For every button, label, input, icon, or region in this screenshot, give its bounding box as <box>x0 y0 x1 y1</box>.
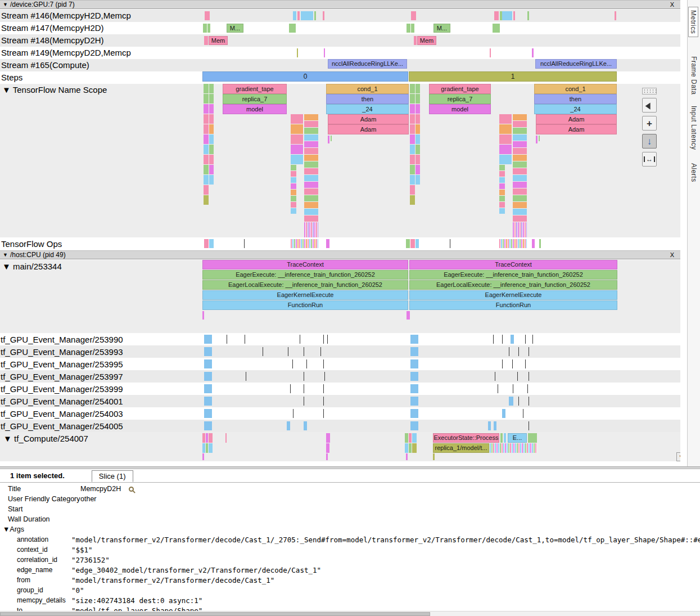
magnifier-icon[interactable] <box>129 487 134 492</box>
track-label-tf-gpu-event-manager-254003: tf_GPU_Event_Manager/254003 <box>1 409 123 419</box>
tab-frame-data[interactable]: Frame Data <box>690 56 698 95</box>
track-labels-layer: Stream #146(MemcpyH2D,MemcpStream #147(M… <box>0 0 680 466</box>
arg-row-context-id: context_id"$$1" <box>0 545 700 555</box>
collapse-triangle-icon: ▼ <box>3 2 8 7</box>
zoom-tool-button[interactable]: ↓ <box>642 134 657 149</box>
side-tab-strip: Metrics Frame Data Input Latency Alerts <box>687 0 700 466</box>
tab-metrics[interactable]: Metrics <box>688 7 698 37</box>
field-label: Title <box>0 485 80 493</box>
track-label-tensorflow-ops: TensorFlow Ops <box>1 239 62 249</box>
track-label-stream-165-compute: Stream #165(Compute) <box>1 60 89 70</box>
timeline-tool-panel: + ↓ ↔ <box>641 88 658 167</box>
track-label-stream-146-memcpyh2d-memcp: Stream #146(MemcpyH2D,Memcp <box>1 11 131 21</box>
track-label-tf-gpu-event-manager-253993: tf_GPU_Event_Manager/253993 <box>1 347 123 357</box>
arg-row-from: from"model/transformer_v2/Transformer/de… <box>0 575 700 585</box>
scroll-down-button[interactable]: ▼ <box>676 452 680 461</box>
collapse-triangle-icon: ▼ <box>3 252 8 258</box>
arg-row-group-id: group_id"0" <box>0 585 700 595</box>
selection-tool-button[interactable] <box>642 98 657 113</box>
arg-value: "edge_30402_model/transformer_v2/Transfo… <box>71 566 321 574</box>
pan-icon: + <box>647 119 652 128</box>
arg-row-correlation-id: correlation_id"2736152" <box>0 555 700 565</box>
track-label-tf-gpu-event-manager-253997: tf_GPU_Event_Manager/253997 <box>1 372 123 382</box>
track-label-stream-149-memcpyd2d-memcp: Stream #149(MemcpyD2D,Memcp <box>1 48 131 58</box>
gpu-process-header[interactable]: ▼ /device:GPU:7 (pid 7) X <box>0 0 680 9</box>
arg-value: "model/transformer_v2/Transformer/decode… <box>71 576 274 584</box>
detail-field-user-friendly-category: User Friendly Categoryother <box>0 494 700 504</box>
field-label: Wall Duration <box>0 515 80 523</box>
arg-key: context_id <box>0 546 71 554</box>
arg-row-to: to"model/tf_op_layer_Shape/Shape" <box>0 605 700 611</box>
track-label-tensorflow-name-scope[interactable]: ▼ TensorFlow Name Scope <box>2 85 107 95</box>
track-label-main-253344[interactable]: ▼ main/253344 <box>2 262 62 272</box>
arg-key: from <box>0 576 71 584</box>
arg-key: memcpy_details <box>0 596 71 604</box>
field-value: other <box>80 495 97 503</box>
track-label-tf-gpu-event-manager-253999: tf_GPU_Event_Manager/253999 <box>1 384 123 394</box>
timing-tool-button[interactable]: ↔ <box>642 152 657 167</box>
track-label-stream-147-memcpyh2d: Stream #147(MemcpyH2D) <box>1 23 104 33</box>
slice-details: TitleMemcpyD2HUser Friendly Categoryothe… <box>0 483 700 611</box>
arg-key: annotation <box>0 536 71 543</box>
timing-icon: ↔ <box>644 156 655 162</box>
track-label-tf-gpu-event-manager-253990: tf_GPU_Event_Manager/253990 <box>1 335 123 345</box>
track-label-tf-gpu-event-manager-254005: tf_GPU_Event_Manager/254005 <box>1 421 123 431</box>
horizontal-scrollbar[interactable] <box>0 611 700 616</box>
arg-value: "0" <box>71 586 84 595</box>
tool-panel-grip-icon[interactable] <box>642 88 657 95</box>
selection-count-label: 1 item selected. <box>10 471 65 480</box>
detail-field-title: TitleMemcpyD2H <box>0 484 700 494</box>
timeline-canvas: M...M...MemMemncclAllReduceRingLLKe...nc… <box>0 0 680 466</box>
track-label-tf-gpu-event-manager-254001: tf_GPU_Event_Manager/254001 <box>1 397 123 407</box>
cursor-icon <box>645 101 654 110</box>
arg-value: "2736152" <box>71 556 110 564</box>
arg-key: to <box>0 606 71 611</box>
arg-value: "model/transformer_v2/Transformer/decode… <box>71 536 700 544</box>
arg-row-edge-name: edge_name"edge_30402_model/transformer_v… <box>0 565 700 575</box>
tab-alerts[interactable]: Alerts <box>690 163 698 182</box>
cpu-pane-close-button[interactable]: X <box>670 251 674 258</box>
slice-fields: TitleMemcpyD2HUser Friendly Categoryothe… <box>0 484 700 524</box>
field-label: User Friendly Category <box>0 495 80 503</box>
field-value: MemcpyD2H <box>80 485 121 493</box>
args-list: annotation"model/transformer_v2/Transfor… <box>0 534 700 611</box>
args-section-header[interactable]: ▼Args <box>0 524 700 534</box>
track-label-steps: Steps <box>1 73 22 83</box>
track-label-stream-148-memcpyd2h: Stream #148(MemcpyD2H) <box>1 35 104 46</box>
cpu-process-title: /host:CPU (pid 49) <box>10 251 66 259</box>
arg-row-memcpy-details: memcpy_details"size:402743184 dest:0 asy… <box>0 595 700 605</box>
analysis-tabbar: 1 item selected. Slice (1) <box>0 469 700 483</box>
tab-input-latency[interactable]: Input Latency <box>690 106 698 150</box>
cpu-process-header[interactable]: ▼ /host:CPU (pid 49) X <box>0 250 680 259</box>
arg-value: "model/tf_op_layer_Shape/Shape" <box>71 606 202 611</box>
arg-row-annotation: annotation"model/transformer_v2/Transfor… <box>0 534 700 545</box>
analysis-panel: 1 item selected. Slice (1) TitleMemcpyD2… <box>0 466 700 616</box>
detail-field-start: Start <box>0 504 700 514</box>
tab-slice[interactable]: Slice (1) <box>92 470 133 482</box>
arg-value: "$$1" <box>71 546 93 554</box>
gpu-pane-close-button[interactable]: X <box>670 1 674 8</box>
arg-key: edge_name <box>0 566 71 574</box>
arg-value: "size:402743184 dest:0 async:1" <box>71 596 202 605</box>
scrollbar-thumb[interactable] <box>0 612 430 616</box>
zoom-arrow-icon: ↓ <box>647 137 652 146</box>
gpu-process-title: /device:GPU:7 (pid 7) <box>10 1 75 8</box>
arg-key: correlation_id <box>0 556 71 564</box>
arg-key: group_id <box>0 586 71 594</box>
field-label: Start <box>0 505 80 513</box>
track-label-tf-gpu-event-manager-253995: tf_GPU_Event_Manager/253995 <box>1 359 123 370</box>
track-label-tf-compute-254007[interactable]: ▼ tf_Compute/254007 <box>3 434 88 444</box>
detail-field-wall-duration: Wall Duration <box>0 514 700 524</box>
pan-tool-button[interactable]: + <box>642 116 657 131</box>
